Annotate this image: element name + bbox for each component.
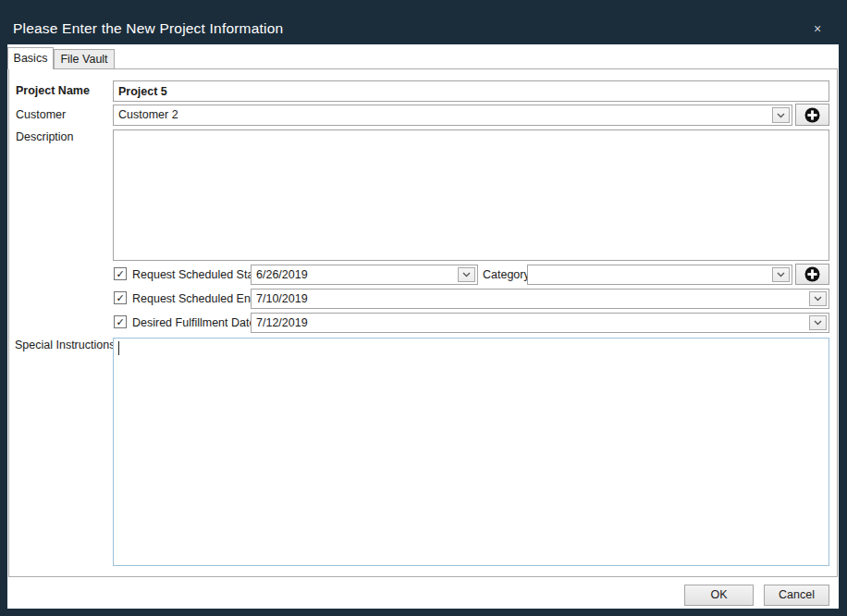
description-label: Description <box>16 130 74 143</box>
close-icon[interactable]: × <box>806 18 829 39</box>
scheduled-start-datepicker[interactable]: 6/26/2019 <box>251 265 478 285</box>
ok-button[interactable]: OK <box>684 585 754 606</box>
add-customer-button[interactable] <box>795 104 829 126</box>
fulfillment-date-checkbox[interactable]: ✓ <box>114 315 127 328</box>
dialog-title: Please Enter the New Project Information <box>13 20 283 37</box>
checkmark-icon: ✓ <box>116 316 124 327</box>
plus-circle-icon <box>804 266 820 282</box>
customer-value: Customer 2 <box>118 107 769 123</box>
new-project-dialog: Please Enter the New Project Information… <box>0 0 847 616</box>
chevron-down-icon <box>814 296 822 302</box>
fulfillment-date-datepicker[interactable]: 7/12/2019 <box>251 313 829 333</box>
title-bar: Please Enter the New Project Information… <box>0 0 847 44</box>
customer-label: Customer <box>16 108 66 121</box>
plus-circle-icon <box>804 107 820 123</box>
checkmark-icon: ✓ <box>116 268 124 279</box>
category-combobox[interactable] <box>527 265 792 285</box>
scheduled-start-label: Request Scheduled Start <box>132 268 261 281</box>
special-instructions-label: Special Instructions <box>15 339 115 351</box>
scheduled-start-value: 6/26/2019 <box>256 267 455 283</box>
chevron-down-icon <box>814 320 822 326</box>
scheduled-end-dropdown-button[interactable] <box>809 291 827 306</box>
category-dropdown-button[interactable] <box>772 267 790 282</box>
scheduled-start-dropdown-button[interactable] <box>458 267 475 282</box>
scheduled-end-datepicker[interactable]: 7/10/2019 <box>251 289 829 309</box>
chevron-down-icon <box>777 113 785 118</box>
customer-combobox[interactable]: Customer 2 <box>113 105 792 126</box>
cancel-button[interactable]: Cancel <box>764 585 829 606</box>
chevron-down-icon <box>777 272 785 277</box>
scheduled-start-checkbox[interactable]: ✓ <box>114 267 127 280</box>
scheduled-end-label: Request Scheduled End <box>132 292 257 305</box>
project-name-input[interactable] <box>113 80 829 102</box>
tab-file-vault[interactable]: File Vault <box>54 49 115 68</box>
scheduled-end-checkbox[interactable]: ✓ <box>114 291 127 304</box>
customer-dropdown-button[interactable] <box>772 107 790 123</box>
checkmark-icon: ✓ <box>116 292 124 303</box>
description-textarea[interactable] <box>113 129 829 261</box>
fulfillment-date-label: Desired Fulfillment Date <box>132 316 255 329</box>
add-category-button[interactable] <box>795 264 829 285</box>
scheduled-end-value: 7/10/2019 <box>256 291 806 307</box>
special-instructions-textarea[interactable] <box>113 338 829 566</box>
tab-basics[interactable]: Basics <box>7 47 54 69</box>
text-caret <box>118 341 119 355</box>
project-name-label: Project Name <box>16 84 90 97</box>
chevron-down-icon <box>462 272 471 277</box>
category-label: Category <box>483 268 530 281</box>
fulfillment-date-value: 7/12/2019 <box>256 315 806 331</box>
fulfillment-date-dropdown-button[interactable] <box>809 315 827 330</box>
